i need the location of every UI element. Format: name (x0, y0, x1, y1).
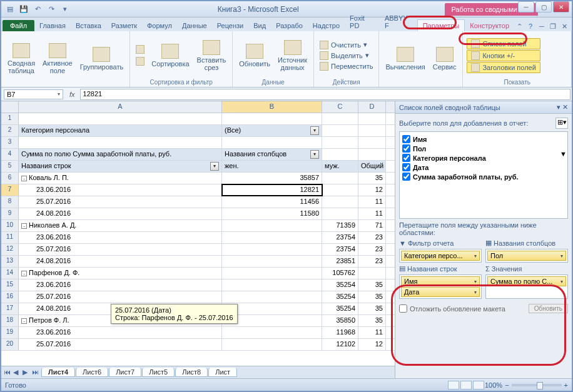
zoom-in-button[interactable]: + (564, 381, 568, 389)
tab-insert[interactable]: Вставка (71, 20, 106, 31)
col-header-b[interactable]: B (222, 101, 322, 113)
cell[interactable]: (Все)▾ (222, 125, 322, 136)
table-row[interactable]: 2025.07.20161210212 (1, 339, 395, 351)
tab-data[interactable]: Данные (177, 20, 212, 31)
row-header[interactable]: 6 (1, 173, 19, 184)
redo-icon[interactable]: ↷ (45, 3, 58, 16)
defer-checkbox[interactable] (399, 304, 407, 313)
cell[interactable]: 25.07.2016 (19, 244, 222, 255)
tab-view[interactable]: Вид (248, 20, 271, 31)
cell[interactable]: 71359 (322, 220, 358, 231)
cell[interactable] (358, 137, 386, 148)
move-button[interactable]: Переместить (318, 61, 375, 71)
cell[interactable]: 12 (358, 339, 386, 350)
refresh-button[interactable]: Обновить (236, 43, 273, 69)
group-button[interactable]: Группировать (78, 46, 126, 72)
vals-area[interactable]: Сумма по полю С...▾ (485, 274, 568, 299)
name-box[interactable]: B7▾ (4, 89, 63, 99)
cell[interactable] (222, 256, 322, 267)
cell[interactable] (322, 196, 358, 208)
cell[interactable] (19, 113, 222, 124)
tab-home[interactable]: Главная (34, 20, 71, 31)
cell[interactable]: 35 (358, 315, 386, 326)
pane-close-icon[interactable]: ✕ (562, 103, 568, 111)
cell[interactable]: Категория персонала (19, 125, 222, 136)
cell[interactable]: Сумма по полю Сумма заработной платы, ру… (19, 149, 222, 160)
active-field-button[interactable]: Активное поле (40, 42, 75, 76)
doc-close-icon[interactable]: ✕ (559, 21, 569, 31)
table-row[interactable]: 1324.08.20162385123 (1, 256, 395, 268)
tab-nav-last[interactable]: ⏭ (32, 368, 41, 377)
table-row[interactable]: 723.06.20161282112 (1, 184, 395, 196)
data-source-button[interactable]: Источник данных (275, 39, 310, 73)
row-header[interactable]: 15 (1, 279, 19, 291)
doc-minimize-icon[interactable]: ─ (537, 21, 547, 31)
cell[interactable]: Общий и (358, 161, 386, 172)
sheet-tab[interactable]: Лист8 (175, 368, 208, 377)
cell[interactable] (222, 268, 322, 279)
cell[interactable] (222, 113, 322, 124)
field-item[interactable]: Дата (402, 163, 565, 172)
row-header[interactable]: 16 (1, 291, 19, 303)
slicer-button[interactable]: Вставить срез (195, 39, 229, 73)
tab-design[interactable]: Конструктор (465, 20, 514, 31)
sort-asc-button[interactable] (134, 44, 146, 54)
cell[interactable] (322, 173, 358, 184)
col-header-c[interactable]: C (322, 101, 358, 113)
cell[interactable] (322, 125, 358, 136)
field-item[interactable]: Имя (402, 134, 565, 144)
cell[interactable]: 23754 (322, 244, 358, 255)
row-header[interactable]: 1 (1, 113, 19, 124)
chip-row-date[interactable]: Дата▾ (401, 287, 480, 297)
expand-icon[interactable]: - (21, 271, 27, 276)
chip-cols[interactable]: Пол▾ (487, 251, 566, 261)
field-item[interactable]: Категория персонала (402, 153, 565, 163)
dropdown-icon[interactable]: ▾ (310, 150, 319, 159)
field-headers-button[interactable]: Заголовки полей (467, 62, 540, 73)
tab-layout[interactable]: Разметк (106, 20, 142, 31)
row-header[interactable]: 13 (1, 256, 19, 267)
row-header[interactable]: 11 (1, 232, 19, 243)
buttons-toggle-button[interactable]: Кнопки +/- (467, 50, 540, 61)
cell[interactable]: 11 (358, 196, 386, 208)
cell[interactable] (222, 220, 322, 231)
cell[interactable]: 11580 (222, 208, 322, 219)
tab-review[interactable]: Рецензи (212, 20, 249, 31)
cell[interactable] (358, 268, 386, 279)
cell[interactable]: 35254 (322, 291, 358, 303)
col-header-a[interactable]: A (19, 101, 222, 113)
cell[interactable] (322, 113, 358, 124)
cell[interactable] (358, 149, 386, 160)
cell[interactable]: 11456 (222, 196, 322, 208)
cell[interactable]: 23.06.2016 (19, 327, 222, 338)
ribbon-minimize-icon[interactable]: ⌃ (514, 21, 524, 31)
table-row[interactable]: 1123.06.20162375423 (1, 232, 395, 244)
view-normal-button[interactable] (448, 381, 459, 389)
cell[interactable] (322, 149, 358, 160)
tab-file[interactable]: Файл (3, 20, 34, 31)
cell[interactable] (222, 232, 322, 243)
tab-nav-prev[interactable]: ◀ (13, 368, 22, 377)
cell[interactable]: -Коваль Л. П. (19, 173, 222, 184)
table-row[interactable]: 1923.06.20161196811 (1, 327, 395, 339)
cols-area[interactable]: Пол▾ (485, 249, 568, 263)
cell[interactable]: 35 (358, 173, 386, 184)
row-header[interactable]: 19 (1, 327, 19, 338)
cell[interactable]: жен. (222, 161, 322, 172)
cell[interactable]: 12 (358, 184, 386, 196)
cell[interactable]: 12821 (222, 184, 322, 196)
cell[interactable]: 11 (358, 208, 386, 219)
minimize-button[interactable]: ─ (518, 1, 534, 13)
tab-formulas[interactable]: Формул (142, 20, 177, 31)
row-header[interactable]: 7 (1, 184, 19, 196)
expand-icon[interactable]: - (21, 223, 27, 229)
cell[interactable]: -Парфенов Д. Ф. (19, 268, 222, 279)
row-header[interactable]: 14 (1, 268, 19, 279)
cell[interactable] (322, 184, 358, 196)
cell[interactable] (222, 137, 322, 148)
cell[interactable]: 23851 (322, 256, 358, 267)
dropdown-icon[interactable]: ▾ (310, 126, 319, 135)
table-row[interactable]: 924.08.20161158011 (1, 208, 395, 220)
cell[interactable] (322, 137, 358, 148)
field-item[interactable]: Пол (402, 144, 565, 153)
